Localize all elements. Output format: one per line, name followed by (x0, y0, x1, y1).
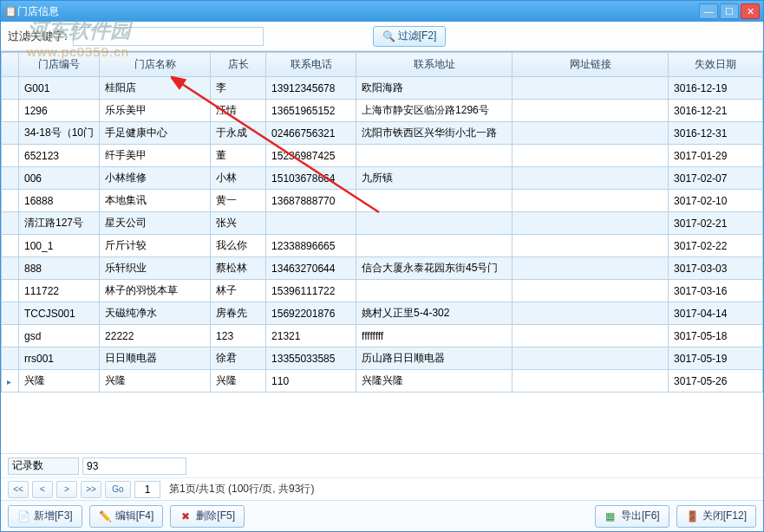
cell[interactable]: 桂阳店 (100, 77, 211, 100)
cell[interactable]: TCCJS001 (19, 302, 100, 325)
cell[interactable]: 888 (19, 257, 100, 280)
minimize-button[interactable]: — (699, 3, 718, 19)
cell[interactable] (356, 145, 513, 167)
cell[interactable] (513, 370, 669, 393)
cell[interactable]: 16888 (19, 190, 100, 212)
col-expiry[interactable]: 失效日期 (669, 53, 763, 77)
cell[interactable]: 13687888770 (266, 190, 356, 212)
cell[interactable]: 沈阳市铁西区兴华街小北一路 (356, 122, 513, 145)
cell[interactable]: 3017-05-18 (669, 325, 763, 347)
cell[interactable] (513, 235, 669, 257)
cell[interactable]: 3017-05-19 (669, 347, 763, 370)
cell[interactable]: 小林 (211, 167, 266, 190)
cell[interactable] (513, 302, 669, 325)
table-row[interactable]: 1296乐乐美甲汪情13651965152上海市静安区临汾路1296号3016-… (2, 100, 763, 122)
cell[interactable] (2, 145, 19, 167)
cell[interactable]: 3016-12-21 (669, 100, 763, 122)
cell[interactable]: 日日顺电器 (100, 347, 211, 370)
cell[interactable]: 林子 (211, 280, 266, 302)
cell[interactable]: 34-18号（10门 (19, 122, 100, 145)
cell[interactable] (2, 167, 19, 190)
cell[interactable]: 12338896665 (266, 235, 356, 257)
cell[interactable]: 3017-05-26 (669, 370, 763, 393)
cell[interactable]: 黄一 (211, 190, 266, 212)
cell[interactable]: G001 (19, 77, 100, 100)
col-phone[interactable]: 联系电话 (266, 53, 356, 77)
first-page-button[interactable]: << (8, 481, 29, 498)
cell[interactable] (2, 257, 19, 280)
cell[interactable]: 3017-02-07 (669, 167, 763, 190)
cell[interactable]: 乐轩织业 (100, 257, 211, 280)
table-row[interactable]: 清江路127号星天公司张兴3017-02-21 (2, 212, 763, 235)
maximize-button[interactable]: ☐ (720, 3, 739, 19)
cell[interactable]: 3017-04-14 (669, 302, 763, 325)
cell[interactable]: 110 (266, 370, 356, 393)
col-address[interactable]: 联系地址 (356, 53, 513, 77)
filter-button[interactable]: 🔍 过滤[F2] (373, 26, 447, 47)
cell[interactable]: 纤手美甲 (100, 145, 211, 167)
cell[interactable]: 3016-12-31 (669, 122, 763, 145)
cell[interactable]: 天磁纯净水 (100, 302, 211, 325)
cell[interactable] (356, 235, 513, 257)
cell[interactable] (2, 370, 19, 393)
table-row[interactable]: 652123纤手美甲董152369874253017-01-29 (2, 145, 763, 167)
cell[interactable]: 林子的羽悦本草 (100, 280, 211, 302)
table-row[interactable]: 兴隆兴隆兴隆110兴隆兴隆3017-05-26 (2, 370, 763, 393)
cell[interactable] (356, 190, 513, 212)
cell[interactable]: 3016-12-19 (669, 77, 763, 100)
cell[interactable]: 房春先 (211, 302, 266, 325)
table-row[interactable]: TCCJS001天磁纯净水房春先15692201876姚村乂正里5-4-3023… (2, 302, 763, 325)
cell[interactable]: 123 (211, 325, 266, 347)
cell[interactable] (2, 212, 19, 235)
cell[interactable] (2, 302, 19, 325)
cell[interactable] (356, 280, 513, 302)
cell[interactable]: 3017-02-21 (669, 212, 763, 235)
export-button[interactable]: ▦ 导出[F6] (595, 505, 669, 528)
page-input[interactable] (134, 481, 160, 498)
cell[interactable]: rrs001 (19, 347, 100, 370)
cell[interactable]: 3017-02-22 (669, 235, 763, 257)
cell[interactable]: 董 (211, 145, 266, 167)
cell[interactable]: 小林维修 (100, 167, 211, 190)
cell[interactable] (2, 100, 19, 122)
cell[interactable]: 21321 (266, 325, 356, 347)
cell[interactable]: 张兴 (211, 212, 266, 235)
cell[interactable]: 22222 (100, 325, 211, 347)
close-window-button[interactable]: 🚪 关闭[F12] (676, 505, 756, 528)
table-row[interactable]: 111722林子的羽悦本草林子153961117223017-03-16 (2, 280, 763, 302)
cell[interactable]: 汪情 (211, 100, 266, 122)
cell[interactable]: 斤斤计较 (100, 235, 211, 257)
cell[interactable] (2, 77, 19, 100)
cell[interactable] (513, 145, 669, 167)
cell[interactable]: 13463270644 (266, 257, 356, 280)
last-page-button[interactable]: >> (81, 481, 101, 498)
cell[interactable] (266, 212, 356, 235)
cell[interactable]: 15103678664 (266, 167, 356, 190)
table-row[interactable]: 006小林维修小林15103678664九所镇3017-02-07 (2, 167, 763, 190)
cell[interactable] (356, 212, 513, 235)
cell[interactable]: 100_1 (19, 235, 100, 257)
cell[interactable]: 兴隆 (19, 370, 100, 393)
cell[interactable]: 15692201876 (266, 302, 356, 325)
table-row[interactable]: gsd2222212321321ffffffff3017-05-18 (2, 325, 763, 347)
cell[interactable]: 006 (19, 167, 100, 190)
col-code[interactable]: 门店编号 (19, 53, 100, 77)
table-row[interactable]: 100_1斤斤计较我么你123388966653017-02-22 (2, 235, 763, 257)
cell[interactable]: 上海市静安区临汾路1296号 (356, 100, 513, 122)
cell[interactable]: 3017-03-16 (669, 280, 763, 302)
cell[interactable]: 本地集讯 (100, 190, 211, 212)
cell[interactable]: ffffffff (356, 325, 513, 347)
table-row[interactable]: 16888本地集讯黄一136878887703017-02-10 (2, 190, 763, 212)
cell[interactable]: 手足健康中心 (100, 122, 211, 145)
add-button[interactable]: 📄 新增[F3] (8, 505, 82, 528)
cell[interactable] (2, 190, 19, 212)
cell[interactable] (513, 190, 669, 212)
cell[interactable]: 乐乐美甲 (100, 100, 211, 122)
cell[interactable]: 3017-01-29 (669, 145, 763, 167)
col-manager[interactable]: 店长 (211, 53, 266, 77)
cell[interactable] (513, 122, 669, 145)
cell[interactable]: 姚村乂正里5-4-302 (356, 302, 513, 325)
cell[interactable] (513, 257, 669, 280)
cell[interactable]: 蔡松林 (211, 257, 266, 280)
cell[interactable] (513, 100, 669, 122)
